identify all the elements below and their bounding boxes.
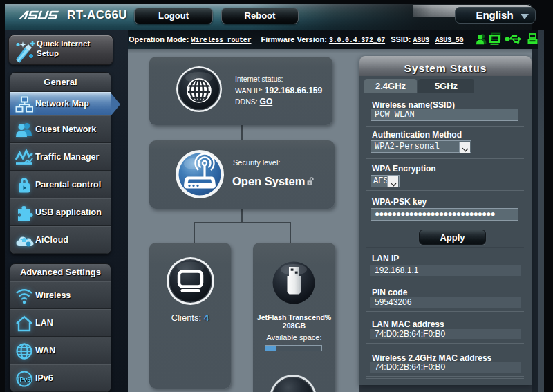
svg-text:IPv6: IPv6 (18, 376, 31, 383)
